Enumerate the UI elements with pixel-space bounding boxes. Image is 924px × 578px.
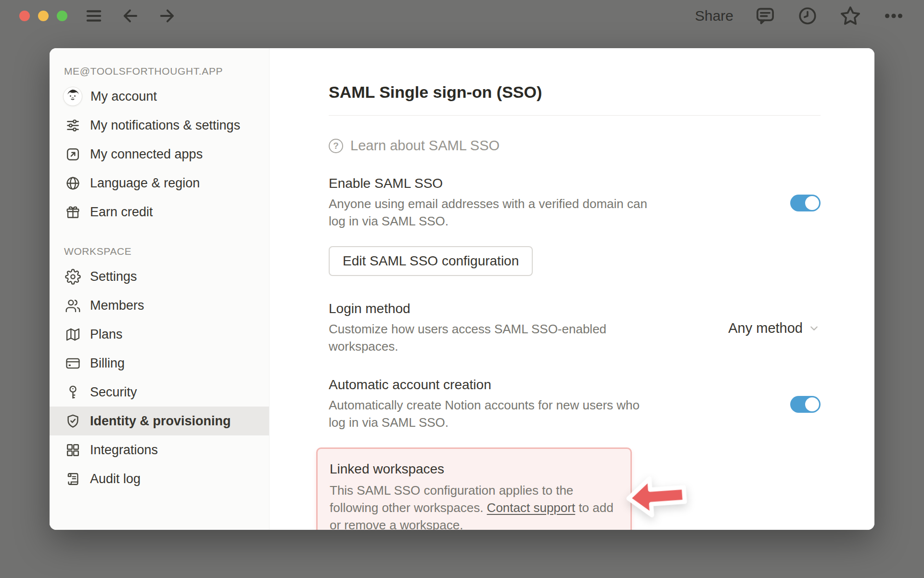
linked-workspaces-title: Linked workspaces: [330, 461, 618, 477]
gear-icon: [64, 268, 82, 286]
close-window-button[interactable]: [19, 11, 30, 21]
grid-icon: [64, 441, 82, 459]
help-circle-icon: ?: [329, 139, 343, 153]
workspace-section-header: WORKSPACE: [50, 242, 269, 262]
sidebar-item-billing[interactable]: Billing: [50, 349, 269, 378]
sidebar-item-my-account[interactable]: My account: [50, 82, 269, 111]
sidebar-item-language-region[interactable]: Language & region: [50, 169, 269, 197]
page-title: SAML Single sign-on (SSO): [329, 83, 821, 102]
saml-sso-panel: SAML Single sign-on (SSO) ? Learn about …: [270, 48, 874, 530]
sidebar-item-label: Billing: [90, 356, 125, 371]
linked-workspaces-description: This SAML SSO configuration applies to t…: [330, 482, 618, 530]
credit-card-icon: [64, 355, 82, 372]
comments-icon[interactable]: [755, 5, 776, 26]
audit-log-icon: [64, 470, 82, 488]
sidebar-item-label: Audit log: [90, 472, 141, 486]
sidebar-item-members[interactable]: Members: [50, 291, 269, 320]
auto-account-row: Automatic account creation Automatically…: [329, 377, 821, 431]
sidebar-item-notifications-settings[interactable]: My notifications & settings: [50, 111, 269, 140]
arrow-out-icon: [64, 145, 82, 163]
sliders-icon: [64, 117, 82, 134]
auto-account-title: Automatic account creation: [329, 377, 656, 393]
hamburger-menu-icon[interactable]: [84, 6, 104, 26]
sidebar-item-label: Identity & provisioning: [90, 414, 231, 429]
forward-icon[interactable]: [157, 6, 177, 26]
sidebar-item-security[interactable]: Security: [50, 378, 269, 407]
sidebar-item-plans[interactable]: Plans: [50, 320, 269, 349]
zoom-window-button[interactable]: [57, 11, 67, 21]
traffic-lights: [19, 11, 67, 21]
sidebar-item-settings[interactable]: Settings: [50, 262, 269, 291]
enable-saml-row: Enable SAML SSO Anyone using email addre…: [329, 176, 821, 230]
avatar: [63, 87, 82, 106]
sidebar-item-label: Earn credit: [90, 205, 153, 220]
login-method-description: Customize how users access SAML SSO-enab…: [329, 320, 656, 355]
members-icon: [64, 297, 82, 315]
annotation-arrow-icon: [622, 469, 691, 524]
enable-saml-toggle[interactable]: [790, 195, 821, 211]
learn-about-saml-link[interactable]: ? Learn about SAML SSO: [329, 138, 500, 154]
linked-workspaces-highlight-box: Linked workspaces This SAML SSO configur…: [316, 447, 632, 530]
sidebar-item-label: Security: [90, 385, 137, 400]
sidebar-item-label: Language & region: [90, 176, 200, 191]
globe-icon: [64, 174, 82, 192]
key-icon: [64, 383, 82, 401]
settings-sidebar: ME@TOOLSFORTHOUGHT.APP My account My not…: [50, 48, 270, 530]
sidebar-item-audit-log[interactable]: Audit log: [50, 464, 269, 493]
gift-icon: [64, 203, 82, 221]
sidebar-item-label: My connected apps: [90, 147, 203, 162]
title-divider: [329, 115, 821, 116]
sidebar-item-label: My notifications & settings: [90, 118, 240, 133]
shield-check-icon: [64, 412, 82, 430]
sidebar-item-label: Integrations: [90, 443, 158, 458]
sidebar-item-label: Plans: [90, 327, 123, 342]
edit-saml-config-button[interactable]: Edit SAML SSO configuration: [329, 246, 533, 276]
learn-link-label: Learn about SAML SSO: [350, 138, 500, 154]
share-button[interactable]: Share: [695, 8, 733, 24]
window-titlebar: Share: [0, 0, 924, 32]
map-icon: [64, 326, 82, 343]
sidebar-item-identity-provisioning[interactable]: Identity & provisioning: [50, 407, 269, 435]
toggle-knob: [805, 397, 819, 411]
sidebar-item-connected-apps[interactable]: My connected apps: [50, 140, 269, 169]
login-method-title: Login method: [329, 301, 656, 316]
contact-support-link[interactable]: Contact support: [487, 500, 576, 515]
account-email-header: ME@TOOLSFORTHOUGHT.APP: [50, 62, 269, 82]
sidebar-item-label: Settings: [90, 269, 137, 284]
more-options-icon[interactable]: [883, 5, 905, 27]
minimize-window-button[interactable]: [38, 11, 49, 21]
history-clock-icon[interactable]: [797, 5, 818, 26]
sidebar-item-earn-credit[interactable]: Earn credit: [50, 197, 269, 226]
auto-account-description: Automatically create Notion accounts for…: [329, 396, 656, 431]
login-method-value: Any method: [728, 320, 803, 336]
settings-modal: ME@TOOLSFORTHOUGHT.APP My account My not…: [50, 48, 874, 530]
sidebar-item-label: Members: [90, 298, 144, 313]
auto-account-toggle[interactable]: [790, 396, 821, 413]
sidebar-item-label: My account: [90, 89, 157, 104]
enable-saml-title: Enable SAML SSO: [329, 176, 656, 191]
login-method-select[interactable]: Any method: [728, 320, 821, 336]
favorite-star-icon[interactable]: [839, 5, 861, 27]
enable-saml-description: Anyone using email addresses with a veri…: [329, 195, 656, 230]
back-icon[interactable]: [120, 6, 141, 26]
sidebar-item-integrations[interactable]: Integrations: [50, 435, 269, 464]
chevron-down-icon: [808, 322, 821, 335]
toggle-knob: [805, 196, 819, 210]
login-method-row: Login method Customize how users access …: [329, 301, 821, 355]
